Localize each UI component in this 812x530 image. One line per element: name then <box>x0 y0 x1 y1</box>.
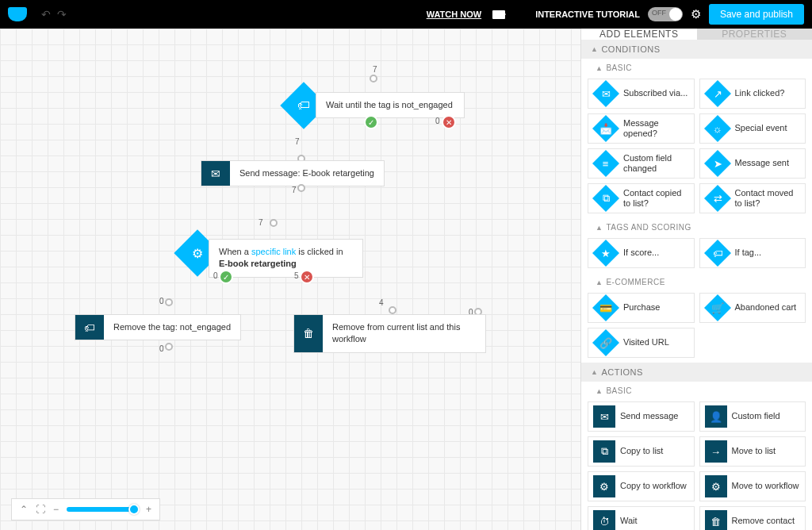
arrow-icon: → <box>705 440 727 463</box>
sidebar-tabs: ADD ELEMENTS PROPERTIES <box>581 29 812 40</box>
zoom-knob[interactable] <box>128 504 140 515</box>
element-purchase[interactable]: 💳Purchase <box>588 293 695 323</box>
element-wait[interactable]: ⏱Wait <box>588 506 695 530</box>
envelope-icon: ✉ <box>592 80 619 107</box>
collapse-icon[interactable]: ⌃ <box>20 504 28 515</box>
count: 0 <box>213 271 218 280</box>
tag-icon: 🏷 <box>75 315 104 340</box>
remove-list-label: Remove from current list and this workfl… <box>323 315 485 352</box>
element-contact-moved[interactable]: ⇄Contact moved to list? <box>699 183 806 213</box>
field-icon: ≡ <box>592 150 619 177</box>
count: 4 <box>379 298 384 307</box>
remove-tag-node[interactable]: 🏷 Remove the tag: not_engaged <box>75 314 241 340</box>
element-subscribed[interactable]: ✉Subscribed via... <box>588 79 695 109</box>
toggle-state: OFF <box>652 9 666 17</box>
tab-add-elements[interactable]: ADD ELEMENTS <box>581 29 697 40</box>
watch-now-link[interactable]: WATCH NOW <box>427 10 481 19</box>
element-move-to-workflow[interactable]: ⚙Move to workflow <box>699 471 806 501</box>
gear-icon[interactable]: ⚙ <box>691 7 701 21</box>
element-custom-field-action[interactable]: 👤Custom field <box>699 401 806 432</box>
element-copy-to-list[interactable]: ⧉Copy to list <box>588 436 695 467</box>
video-icon[interactable] <box>492 10 505 19</box>
workflow-canvas[interactable]: 7 🏷 Wait until the tag is not_engaged ✓ … <box>0 29 580 530</box>
port[interactable] <box>389 306 396 314</box>
count: 0 <box>159 344 164 353</box>
wait-tag-node[interactable]: Wait until the tag is not_engaged <box>316 92 465 118</box>
section-actions[interactable]: ▲ACTIONS <box>581 363 812 382</box>
score-icon: ★ <box>592 240 619 267</box>
zoom-out-icon[interactable]: − <box>53 504 59 515</box>
port-top[interactable] <box>370 75 377 83</box>
port[interactable] <box>270 219 278 227</box>
cursor-icon: ↗ <box>704 80 731 107</box>
element-send-message[interactable]: ✉Send message <box>588 401 695 432</box>
trash-icon: 🗑 <box>294 315 323 352</box>
count: 5 <box>294 271 299 280</box>
tab-properties[interactable]: PROPERTIES <box>697 29 813 40</box>
element-abandoned-cart[interactable]: 🛒Abandoned cart <box>699 293 806 323</box>
trash-icon: 🗑 <box>705 510 727 530</box>
envelope-icon: ✉ <box>593 405 615 428</box>
element-if-score[interactable]: ★If score... <box>588 238 695 268</box>
open-envelope-icon: 📩 <box>592 115 619 142</box>
wallet-icon: 💳 <box>592 294 619 321</box>
subsection-tags-scoring[interactable]: ▲TAGS AND SCORING <box>581 218 812 233</box>
subsection-basic[interactable]: ▲BASIC <box>581 59 812 74</box>
element-custom-field-changed[interactable]: ≡Custom field changed <box>588 148 695 179</box>
clock-icon: ⏱ <box>593 510 615 530</box>
remove-tag-label: Remove the tag: not_engaged <box>104 315 240 340</box>
redo-icon[interactable]: ↷ <box>57 8 67 21</box>
count: 7 <box>295 137 300 146</box>
count: 0 <box>435 117 440 125</box>
zoom-slider[interactable] <box>67 507 138 512</box>
undo-icon[interactable]: ↶ <box>41 8 51 21</box>
count: 7 <box>292 186 297 194</box>
tutorial-toggle[interactable]: OFF <box>648 7 683 21</box>
tutorial-label: INTERACTIVE TUTORIAL <box>535 10 640 19</box>
element-message-sent[interactable]: ➤Message sent <box>699 148 806 179</box>
app-logo-icon[interactable] <box>8 7 27 21</box>
copy-icon: ⧉ <box>593 440 615 463</box>
zoom-in-icon[interactable]: + <box>146 504 151 515</box>
toggle-knob[interactable] <box>669 8 682 21</box>
element-move-to-list[interactable]: →Move to list <box>699 436 806 467</box>
count: 0 <box>159 297 164 305</box>
save-publish-button[interactable]: Save and publish <box>709 4 804 25</box>
section-conditions[interactable]: ▲CONDITIONS <box>581 40 812 59</box>
send-message-node[interactable]: ✉ Send message: E-book retargeting <box>201 160 385 186</box>
fit-icon[interactable]: ⛶ <box>36 504 45 515</box>
tag-icon: 🏷 <box>704 240 731 267</box>
no-icon[interactable]: ✕ <box>300 270 314 284</box>
link-click-node[interactable]: When a specific link is clicked in E-boo… <box>209 239 363 278</box>
port[interactable] <box>165 298 173 306</box>
envelope-icon: ✉ <box>201 161 230 186</box>
element-link-clicked[interactable]: ↗Link clicked? <box>699 79 806 109</box>
workflow-copy-icon: ⚙ <box>593 475 615 497</box>
calendar-icon: ☼ <box>704 115 731 142</box>
element-visited-url[interactable]: 🔗Visited URL <box>588 328 695 358</box>
count: 7 <box>373 65 377 74</box>
subsection-ecommerce[interactable]: ▲E-COMMERCE <box>581 273 812 288</box>
yes-icon[interactable]: ✓ <box>364 115 378 129</box>
port[interactable] <box>165 343 173 351</box>
move-icon: ⇄ <box>704 185 731 212</box>
sent-icon: ➤ <box>704 150 731 177</box>
subsection-actions-basic[interactable]: ▲BASIC <box>581 382 812 397</box>
workflow-move-icon: ⚙ <box>705 475 727 497</box>
no-icon[interactable]: ✕ <box>442 115 456 129</box>
element-if-tag[interactable]: 🏷If tag... <box>699 238 806 268</box>
zoom-controls: ⌃ ⛶ − + <box>11 498 160 520</box>
count: 7 <box>259 218 263 227</box>
remove-from-list-node[interactable]: 🗑 Remove from current list and this work… <box>293 314 486 353</box>
element-contact-copied[interactable]: ⧉Contact copied to list? <box>588 183 695 213</box>
element-remove-contact[interactable]: 🗑Remove contact <box>699 506 806 530</box>
copy-icon: ⧉ <box>592 185 619 212</box>
cart-icon: 🛒 <box>704 294 731 321</box>
element-special-event[interactable]: ☼Special event <box>699 113 806 144</box>
yes-icon[interactable]: ✓ <box>219 270 233 284</box>
element-copy-to-workflow[interactable]: ⚙Copy to workflow <box>588 471 695 501</box>
topbar: ↶ ↷ WATCH NOW INTERACTIVE TUTORIAL OFF ⚙… <box>0 0 812 29</box>
right-sidebar: ADD ELEMENTS PROPERTIES ▲CONDITIONS ▲BAS… <box>580 29 812 530</box>
element-message-opened[interactable]: 📩Message opened? <box>588 113 695 144</box>
port[interactable] <box>297 184 305 192</box>
